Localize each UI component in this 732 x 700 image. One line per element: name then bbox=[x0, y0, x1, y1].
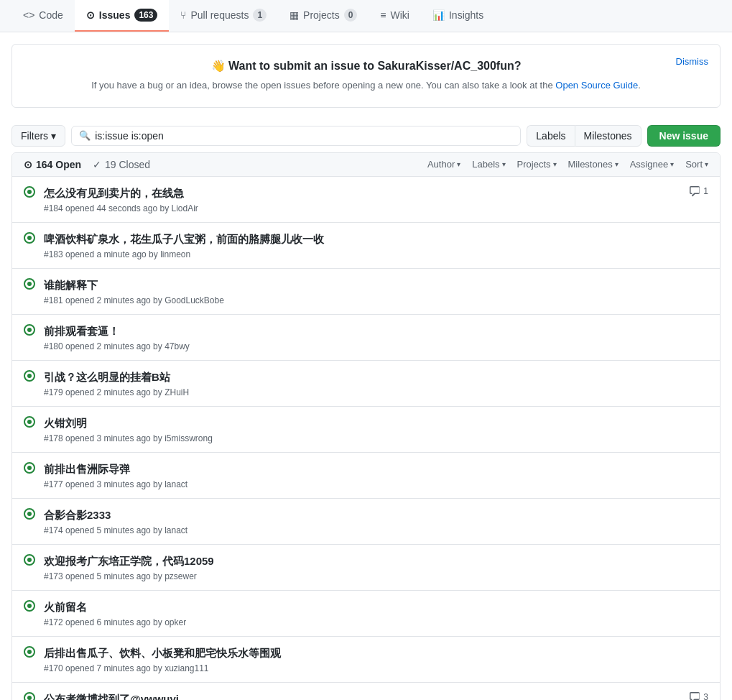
comment-count[interactable]: 1 bbox=[689, 185, 708, 197]
checkmark-icon: ✓ bbox=[93, 159, 101, 170]
sort-filter[interactable]: Sort ▾ bbox=[685, 159, 708, 170]
issue-content: 怎么没有见到卖片的，在线急 #184 opened 44 seconds ago… bbox=[44, 185, 680, 213]
issues-list: 怎么没有见到卖片的，在线急 #184 opened 44 seconds ago… bbox=[12, 177, 720, 701]
issue-open-icon bbox=[24, 232, 35, 244]
pr-badge: 1 bbox=[253, 9, 267, 22]
issue-meta: #179 opened 2 minutes ago by ZHuiH bbox=[44, 387, 700, 397]
issue-content: 前排观看套逼！ #180 opened 2 minutes ago by 47b… bbox=[44, 323, 700, 351]
issue-row: 后排出售瓜子、饮料、小板凳和肥宅快乐水等围观 #170 opened 7 min… bbox=[12, 637, 720, 683]
issue-row: 啤酒饮料矿泉水，花生瓜子八宝粥，前面的胳膊腿儿收一收 #183 opened a… bbox=[12, 223, 720, 269]
issue-meta: #177 opened 3 minutes ago by lanact bbox=[44, 479, 700, 489]
issue-title[interactable]: 后排出售瓜子、饮料、小板凳和肥宅快乐水等围观 bbox=[44, 645, 700, 660]
issue-row: 公布者微博找到了@ywwuyi #169 opened 8 minutes ag… bbox=[12, 683, 720, 701]
issue-content: 火前留名 #172 opened 6 minutes ago by opker bbox=[44, 599, 700, 627]
issue-author-link[interactable]: LiodAir bbox=[171, 203, 198, 213]
filters-button[interactable]: Filters ▾ bbox=[11, 125, 65, 147]
issue-meta: #173 opened 5 minutes ago by pzsewer bbox=[44, 571, 700, 581]
open-circle-icon: ⊙ bbox=[24, 159, 32, 170]
comment-count[interactable]: 3 bbox=[689, 691, 708, 701]
issue-title[interactable]: 怎么没有见到卖片的，在线急 bbox=[44, 185, 680, 201]
issue-title[interactable]: 谁能解释下 bbox=[44, 277, 700, 293]
assignee-caret-icon: ▾ bbox=[670, 160, 674, 168]
comment-icon bbox=[689, 185, 700, 197]
projects-caret-icon: ▾ bbox=[553, 160, 557, 168]
open-source-guide-link[interactable]: Open Source Guide bbox=[555, 80, 638, 91]
issue-open-icon bbox=[24, 324, 35, 336]
milestones-button[interactable]: Milestones bbox=[575, 125, 641, 147]
milestones-caret-icon: ▾ bbox=[615, 160, 619, 168]
issue-content: 公布者微博找到了@ywwuyi #169 opened 8 minutes ag… bbox=[44, 691, 680, 701]
pr-icon: ⑂ bbox=[180, 9, 186, 21]
tab-wiki[interactable]: ≡ Wiki bbox=[369, 1, 421, 31]
issue-title[interactable]: 合影合影2333 bbox=[44, 507, 700, 522]
sort-caret-icon: ▾ bbox=[705, 160, 708, 168]
issue-title[interactable]: 欢迎报考广东培正学院，代码12059 bbox=[44, 553, 700, 568]
insights-icon: 📊 bbox=[432, 9, 445, 21]
issue-meta: #181 opened 2 minutes ago by GoodLuckBob… bbox=[44, 295, 700, 305]
issue-open-icon bbox=[24, 278, 35, 290]
milestones-filter[interactable]: Milestones ▾ bbox=[568, 159, 619, 170]
projects-filter[interactable]: Projects ▾ bbox=[517, 159, 557, 170]
author-caret-icon: ▾ bbox=[457, 160, 460, 168]
issue-title[interactable]: 前排观看套逼！ bbox=[44, 323, 700, 339]
search-input[interactable] bbox=[95, 130, 513, 142]
issue-content: 火钳刘明 #178 opened 3 minutes ago by i5miss… bbox=[44, 415, 700, 443]
issue-open-icon bbox=[24, 554, 35, 566]
issue-open-icon bbox=[24, 508, 35, 520]
new-issue-button[interactable]: New issue bbox=[647, 125, 721, 147]
issue-author-link[interactable]: i5misswrong bbox=[165, 433, 213, 443]
wiki-icon: ≡ bbox=[380, 9, 386, 21]
closed-issues-count[interactable]: ✓ 19 Closed bbox=[93, 159, 150, 170]
issue-title[interactable]: 啤酒饮料矿泉水，花生瓜子八宝粥，前面的胳膊腿儿收一收 bbox=[44, 231, 700, 247]
open-issues-count[interactable]: ⊙ 164 Open bbox=[24, 159, 81, 170]
issue-title[interactable]: 前排出售洲际导弹 bbox=[44, 461, 700, 476]
issue-title[interactable]: 公布者微博找到了@ywwuyi bbox=[44, 691, 680, 701]
issue-author-link[interactable]: lanact bbox=[165, 479, 187, 489]
issue-title[interactable]: 火钳刘明 bbox=[44, 415, 700, 430]
issue-row: 前排出售洲际导弹 #177 opened 3 minutes ago by la… bbox=[12, 453, 720, 499]
labels-filter[interactable]: Labels ▾ bbox=[472, 159, 505, 170]
issue-author-link[interactable]: linmeon bbox=[160, 249, 190, 259]
issue-author-link[interactable]: lanact bbox=[165, 525, 187, 535]
issue-open-icon bbox=[24, 600, 35, 612]
comment-icon bbox=[689, 691, 700, 701]
issue-author-link[interactable]: pzsewer bbox=[165, 571, 197, 581]
search-input-wrap: 🔍 bbox=[71, 126, 521, 146]
tabs-bar: <> Code ⊙ Issues 163 ⑂ Pull requests 1 ▦… bbox=[0, 0, 732, 32]
issue-author-link[interactable]: xuziang111 bbox=[165, 663, 208, 673]
issue-open-icon bbox=[24, 186, 35, 198]
issue-author-link[interactable]: 47bwy bbox=[165, 341, 190, 351]
issue-author-link[interactable]: GoodLuckBobe bbox=[165, 295, 224, 305]
projects-icon: ▦ bbox=[289, 9, 299, 21]
filters-caret-icon: ▾ bbox=[51, 130, 56, 142]
tab-insights[interactable]: 📊 Insights bbox=[421, 1, 495, 31]
issue-meta: #174 opened 5 minutes ago by lanact bbox=[44, 525, 700, 535]
issue-content: 啤酒饮料矿泉水，花生瓜子八宝粥，前面的胳膊腿儿收一收 #183 opened a… bbox=[44, 231, 700, 259]
issue-title[interactable]: 火前留名 bbox=[44, 599, 700, 614]
issue-row: 引战？这么明显的挂着B站 #179 opened 2 minutes ago b… bbox=[12, 361, 720, 407]
issue-meta: #172 opened 6 minutes ago by opker bbox=[44, 617, 700, 627]
banner-emoji: 👋 bbox=[211, 60, 226, 72]
issue-row: 谁能解释下 #181 opened 2 minutes ago by GoodL… bbox=[12, 269, 720, 315]
tab-code[interactable]: <> Code bbox=[11, 1, 75, 31]
tab-pull-requests[interactable]: ⑂ Pull requests 1 bbox=[169, 0, 278, 32]
issue-open-icon bbox=[24, 462, 35, 474]
issue-title[interactable]: 引战？这么明显的挂着B站 bbox=[44, 369, 700, 384]
issue-row: 欢迎报考广东培正学院，代码12059 #173 opened 5 minutes… bbox=[12, 545, 720, 591]
issues-list-container: ⊙ 164 Open ✓ 19 Closed Author ▾ Labels ▾… bbox=[11, 152, 721, 701]
dismiss-button[interactable]: Dismiss bbox=[676, 56, 709, 67]
issue-content: 引战？这么明显的挂着B站 #179 opened 2 minutes ago b… bbox=[44, 369, 700, 397]
assignee-filter[interactable]: Assignee ▾ bbox=[630, 159, 674, 170]
tab-projects[interactable]: ▦ Projects 0 bbox=[278, 0, 369, 32]
issue-row: 前排观看套逼！ #180 opened 2 minutes ago by 47b… bbox=[12, 315, 720, 361]
issue-row: 火钳刘明 #178 opened 3 minutes ago by i5miss… bbox=[12, 407, 720, 453]
issue-author-link[interactable]: opker bbox=[165, 617, 186, 627]
issue-right: 1 bbox=[689, 185, 708, 197]
issue-content: 后排出售瓜子、饮料、小板凳和肥宅快乐水等围观 #170 opened 7 min… bbox=[44, 645, 700, 673]
tab-issues[interactable]: ⊙ Issues 163 bbox=[75, 0, 170, 32]
author-filter[interactable]: Author ▾ bbox=[427, 159, 460, 170]
labels-button[interactable]: Labels bbox=[527, 125, 574, 147]
issue-author-link[interactable]: ZHuiH bbox=[165, 387, 189, 397]
issue-content: 合影合影2333 #174 opened 5 minutes ago by la… bbox=[44, 507, 700, 535]
issue-content: 谁能解释下 #181 opened 2 minutes ago by GoodL… bbox=[44, 277, 700, 305]
